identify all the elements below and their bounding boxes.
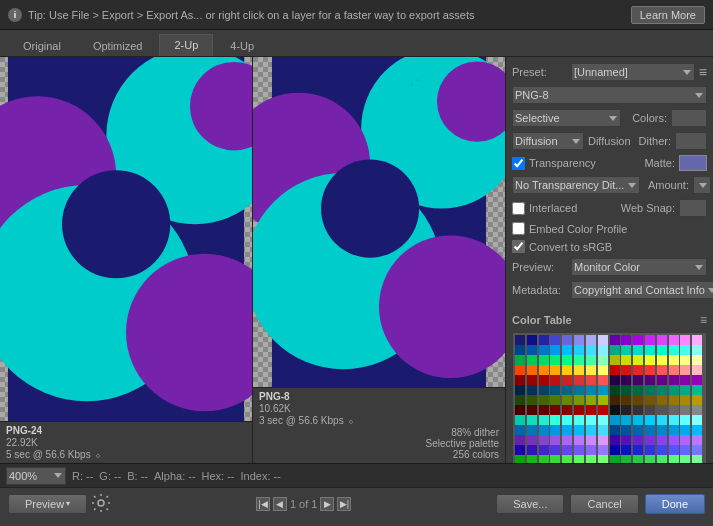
color-cell[interactable] — [539, 375, 549, 385]
color-cell[interactable] — [562, 395, 572, 405]
color-cell[interactable] — [610, 405, 620, 415]
color-cell[interactable] — [633, 395, 643, 405]
color-cell[interactable] — [692, 365, 702, 375]
color-cell[interactable] — [550, 435, 560, 445]
color-cell[interactable] — [598, 455, 608, 463]
color-cell[interactable] — [645, 445, 655, 455]
color-cell[interactable] — [562, 405, 572, 415]
color-cell[interactable] — [586, 415, 596, 425]
convert-srgb-checkbox[interactable] — [512, 240, 525, 253]
color-cell[interactable] — [550, 395, 560, 405]
color-cell[interactable] — [586, 335, 596, 345]
color-cell[interactable] — [621, 435, 631, 445]
color-cell[interactable] — [633, 405, 643, 415]
color-cell[interactable] — [692, 445, 702, 455]
color-cell[interactable] — [633, 445, 643, 455]
color-cell[interactable] — [586, 445, 596, 455]
color-cell[interactable] — [598, 355, 608, 365]
color-cell[interactable] — [669, 455, 679, 463]
page-prev-btn[interactable]: ◀ — [273, 497, 287, 511]
page-last-btn[interactable]: ▶| — [337, 497, 351, 511]
color-cell[interactable] — [527, 435, 537, 445]
color-cell[interactable] — [680, 445, 690, 455]
color-cell[interactable] — [610, 375, 620, 385]
color-cell[interactable] — [669, 425, 679, 435]
color-cell[interactable] — [610, 435, 620, 445]
color-cell[interactable] — [586, 425, 596, 435]
learn-more-button[interactable]: Learn More — [631, 6, 705, 24]
color-cell[interactable] — [692, 425, 702, 435]
color-cell[interactable] — [610, 415, 620, 425]
color-cell[interactable] — [515, 395, 525, 405]
tab-4up[interactable]: 4-Up — [215, 35, 269, 56]
color-cell[interactable] — [527, 395, 537, 405]
color-cell[interactable] — [550, 415, 560, 425]
color-cell[interactable] — [645, 405, 655, 415]
color-table-menu-icon[interactable]: ≡ — [700, 313, 707, 327]
color-cell[interactable] — [539, 365, 549, 375]
color-cell[interactable] — [574, 365, 584, 375]
color-cell[interactable] — [539, 395, 549, 405]
color-cell[interactable] — [598, 395, 608, 405]
color-cell[interactable] — [657, 405, 667, 415]
colors-input[interactable]: 256 — [671, 109, 707, 127]
color-cell[interactable] — [586, 345, 596, 355]
color-cell[interactable] — [645, 435, 655, 445]
color-cell[interactable] — [515, 335, 525, 345]
color-cell[interactable] — [539, 425, 549, 435]
preview-setting-select[interactable]: Monitor Color — [571, 258, 707, 276]
metadata-select[interactable]: Copyright and Contact Info — [571, 281, 713, 299]
color-cell[interactable] — [574, 455, 584, 463]
color-cell[interactable] — [550, 345, 560, 355]
embed-profile-checkbox[interactable] — [512, 222, 525, 235]
color-cell[interactable] — [562, 345, 572, 355]
preview-button[interactable]: Preview ▾ — [8, 494, 87, 514]
save-button[interactable]: Save... — [496, 494, 564, 514]
panel-menu-icon[interactable]: ≡ — [699, 64, 707, 80]
color-cell[interactable] — [645, 395, 655, 405]
color-cell[interactable] — [550, 365, 560, 375]
color-cell[interactable] — [633, 455, 643, 463]
color-cell[interactable] — [633, 335, 643, 345]
color-cell[interactable] — [692, 415, 702, 425]
color-cell[interactable] — [633, 385, 643, 395]
color-cell[interactable] — [562, 435, 572, 445]
preset-select[interactable]: [Unnamed] — [571, 63, 695, 81]
color-cell[interactable] — [550, 445, 560, 455]
color-cell[interactable] — [657, 415, 667, 425]
color-cell[interactable] — [657, 435, 667, 445]
color-cell[interactable] — [680, 415, 690, 425]
color-cell[interactable] — [586, 405, 596, 415]
color-cell[interactable] — [527, 415, 537, 425]
color-cell[interactable] — [621, 415, 631, 425]
color-cell[interactable] — [598, 435, 608, 445]
color-cell[interactable] — [669, 405, 679, 415]
zoom-select[interactable]: 400% — [6, 467, 66, 485]
reduction-select[interactable]: Selective — [512, 109, 621, 127]
tab-optimized[interactable]: Optimized — [78, 35, 158, 56]
color-cell[interactable] — [680, 385, 690, 395]
color-cell[interactable] — [515, 405, 525, 415]
color-cell[interactable] — [574, 375, 584, 385]
color-cell[interactable] — [657, 455, 667, 463]
color-cell[interactable] — [680, 375, 690, 385]
color-cell[interactable] — [669, 355, 679, 365]
color-cell[interactable] — [515, 435, 525, 445]
color-cell[interactable] — [657, 345, 667, 355]
color-cell[interactable] — [598, 335, 608, 345]
color-cell[interactable] — [610, 365, 620, 375]
color-cell[interactable] — [527, 405, 537, 415]
color-cell[interactable] — [574, 345, 584, 355]
color-cell[interactable] — [527, 455, 537, 463]
color-cell[interactable] — [680, 355, 690, 365]
color-cell[interactable] — [527, 375, 537, 385]
color-cell[interactable] — [633, 415, 643, 425]
color-cell[interactable] — [574, 425, 584, 435]
color-cell[interactable] — [574, 355, 584, 365]
color-cell[interactable] — [657, 365, 667, 375]
color-cell[interactable] — [610, 425, 620, 435]
color-cell[interactable] — [515, 415, 525, 425]
color-cell[interactable] — [527, 335, 537, 345]
color-cell[interactable] — [645, 455, 655, 463]
settings-icon[interactable] — [91, 493, 111, 513]
